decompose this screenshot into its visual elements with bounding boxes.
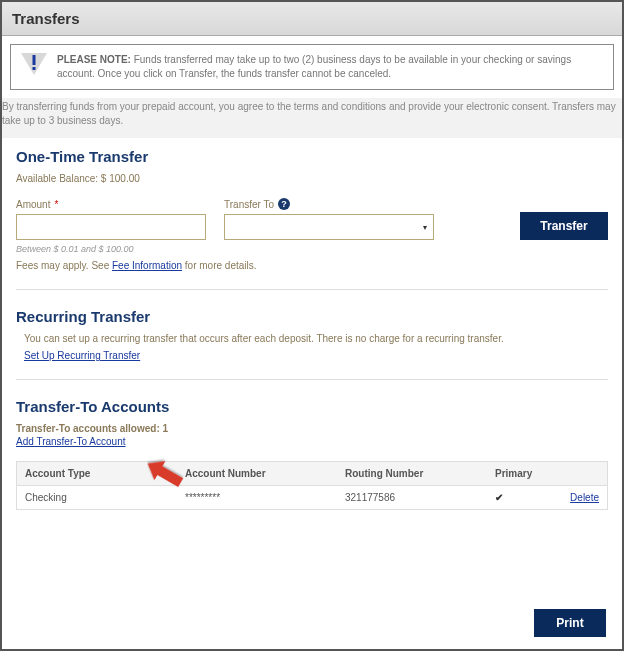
print-button[interactable]: Print — [534, 609, 606, 637]
cell-routing-number: 321177586 — [337, 486, 487, 509]
recurring-heading: Recurring Transfer — [16, 308, 608, 325]
table-row: Checking ********* 321177586 ✔ Delete — [17, 486, 607, 509]
cell-primary: ✔ — [487, 486, 547, 509]
notice-label: PLEASE NOTE: — [57, 54, 131, 65]
accounts-heading: Transfer-To Accounts — [16, 398, 608, 415]
col-primary: Primary — [487, 462, 547, 485]
amount-label: Amount * — [16, 199, 206, 210]
titlebar: Transfers — [2, 2, 622, 36]
accounts-table: Account Type Account Number Routing Numb… — [16, 461, 608, 510]
delete-link[interactable]: Delete — [570, 492, 599, 503]
required-asterisk: * — [54, 199, 58, 210]
one-time-transfer-section: One-Time Transfer Available Balance: $ 1… — [16, 148, 608, 271]
setup-recurring-link[interactable]: Set Up Recurring Transfer — [24, 350, 140, 361]
col-action — [547, 462, 607, 485]
notice-body: Funds transferred may take up to two (2)… — [57, 54, 571, 79]
transfer-to-label: Transfer To ? — [224, 198, 434, 210]
cell-account-type: Checking — [17, 486, 177, 509]
fee-information-link[interactable]: Fee Information — [112, 260, 182, 271]
available-balance: Available Balance: $ 100.00 — [16, 173, 608, 184]
transfer-to-select[interactable]: ▾ — [224, 214, 434, 240]
notice-text: PLEASE NOTE: Funds transferred may take … — [57, 53, 603, 81]
check-icon: ✔ — [495, 492, 503, 503]
table-header: Account Type Account Number Routing Numb… — [17, 462, 607, 486]
divider — [16, 289, 608, 290]
col-account-type: Account Type — [17, 462, 177, 485]
svg-rect-2 — [33, 67, 36, 70]
cell-account-number: ********* — [177, 486, 337, 509]
add-transfer-to-account-link[interactable]: Add Transfer-To Account — [16, 436, 126, 447]
one-time-heading: One-Time Transfer — [16, 148, 608, 165]
chevron-down-icon: ▾ — [423, 223, 427, 232]
amount-input[interactable] — [16, 214, 206, 240]
transfer-to-accounts-section: Transfer-To Accounts Transfer-To account… — [16, 398, 608, 510]
alert-icon — [21, 53, 47, 75]
page-title: Transfers — [12, 10, 612, 27]
transfer-button[interactable]: Transfer — [520, 212, 608, 240]
col-routing-number: Routing Number — [337, 462, 487, 485]
accounts-allowed: Transfer-To accounts allowed: 1 — [16, 423, 608, 434]
recurring-transfer-section: Recurring Transfer You can set up a recu… — [16, 308, 608, 361]
notice-box: PLEASE NOTE: Funds transferred may take … — [10, 44, 614, 90]
recurring-text: You can set up a recurring transfer that… — [16, 333, 608, 344]
help-icon[interactable]: ? — [278, 198, 290, 210]
amount-helper: Between $ 0.01 and $ 100.00 — [16, 244, 608, 254]
svg-rect-1 — [33, 55, 36, 65]
consent-text: By transferring funds from your prepaid … — [2, 98, 622, 138]
col-account-number: Account Number — [177, 462, 337, 485]
divider — [16, 379, 608, 380]
fees-text: Fees may apply. See Fee Information for … — [16, 260, 608, 271]
